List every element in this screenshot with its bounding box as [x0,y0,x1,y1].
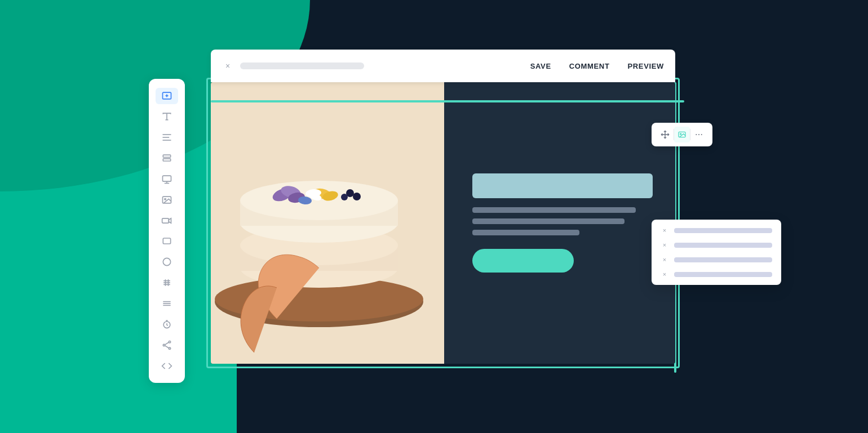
layers-icon [161,153,172,164]
svg-rect-11 [162,218,169,222]
content-text [472,207,653,235]
canvas-wrapper [211,82,675,364]
image-icon [161,194,172,206]
svg-point-10 [165,198,166,200]
svg-point-45 [341,194,348,200]
svg-point-25 [169,347,170,349]
option-line-3 [674,257,772,262]
content-line-2 [472,218,625,224]
option-close-2[interactable]: × [661,241,668,249]
canvas-content [444,151,675,295]
editor-bar: × SAVE COMMENT PREVIEW [211,50,675,82]
sidebar-item-share[interactable] [156,337,178,353]
canvas-image-area [211,82,444,364]
option-close-3[interactable]: × [661,256,668,264]
svg-point-13 [163,258,170,266]
table-icon [161,277,172,288]
move-toolbar-button[interactable] [657,127,673,142]
svg-point-49 [680,133,681,135]
sidebar-item-divider[interactable] [156,296,178,312]
image-toolbar-icon [677,130,687,139]
option-line-1 [674,228,772,233]
content-line-3 [472,230,579,235]
divider-icon [161,298,172,309]
sidebar-item-rect[interactable] [156,233,178,249]
save-button[interactable]: SAVE [530,62,551,70]
option-close-1[interactable]: × [661,226,668,234]
svg-point-23 [169,341,170,342]
svg-rect-7 [163,159,170,161]
comment-button[interactable]: COMMENT [569,62,610,70]
add-image-icon [161,90,172,101]
timer-icon [161,319,172,330]
more-toolbar-button[interactable] [691,127,707,142]
share-icon [161,340,172,351]
svg-point-50 [696,134,697,135]
editor-title-placeholder [240,63,364,69]
content-title [472,173,653,198]
svg-point-24 [163,344,165,346]
svg-point-51 [698,134,699,135]
svg-point-52 [701,134,702,135]
editor-actions: SAVE COMMENT PREVIEW [530,62,664,70]
svg-point-36 [240,181,398,220]
editor-close-button[interactable]: × [222,60,233,72]
sidebar-item-align[interactable] [156,130,178,146]
option-close-4[interactable]: × [661,270,668,278]
option-row-2: × [661,241,772,249]
circle-icon [161,256,172,267]
video-icon [161,215,172,226]
image-toolbar [652,123,712,146]
sidebar [149,79,185,383]
content-cta-button[interactable] [472,249,574,273]
svg-rect-12 [163,238,170,244]
text-icon [161,111,172,122]
rect-icon [161,235,172,247]
sidebar-item-table[interactable] [156,275,178,291]
sidebar-item-code[interactable] [156,358,178,374]
sidebar-item-caption[interactable] [156,171,178,187]
align-icon [161,132,172,143]
more-icon [694,130,703,139]
image-toolbar-button[interactable] [674,127,690,142]
option-line-4 [674,272,772,277]
sidebar-item-image[interactable] [156,191,178,208]
cake-svg [211,82,444,364]
content-line-1 [472,207,636,213]
svg-line-27 [165,346,169,348]
sidebar-item-circle[interactable] [156,254,178,270]
sidebar-item-video[interactable] [156,212,178,229]
teal-accent-horizontal [211,100,684,102]
svg-line-26 [165,342,169,345]
preview-button[interactable]: PREVIEW [627,62,664,70]
svg-rect-6 [163,155,170,157]
move-icon [661,130,670,139]
sidebar-item-text[interactable] [156,109,178,125]
svg-rect-8 [163,176,171,181]
option-row-4: × [661,270,772,278]
options-panel: × × × × [652,220,781,285]
canvas [211,82,675,364]
sidebar-item-add-section[interactable] [156,88,178,104]
sidebar-item-layers[interactable] [156,150,178,167]
caption-icon [161,173,172,185]
option-line-2 [674,243,772,248]
code-icon [161,360,172,372]
option-row-1: × [661,226,772,234]
svg-point-44 [353,193,361,200]
sidebar-item-timer[interactable] [156,316,178,332]
option-row-3: × [661,256,772,264]
